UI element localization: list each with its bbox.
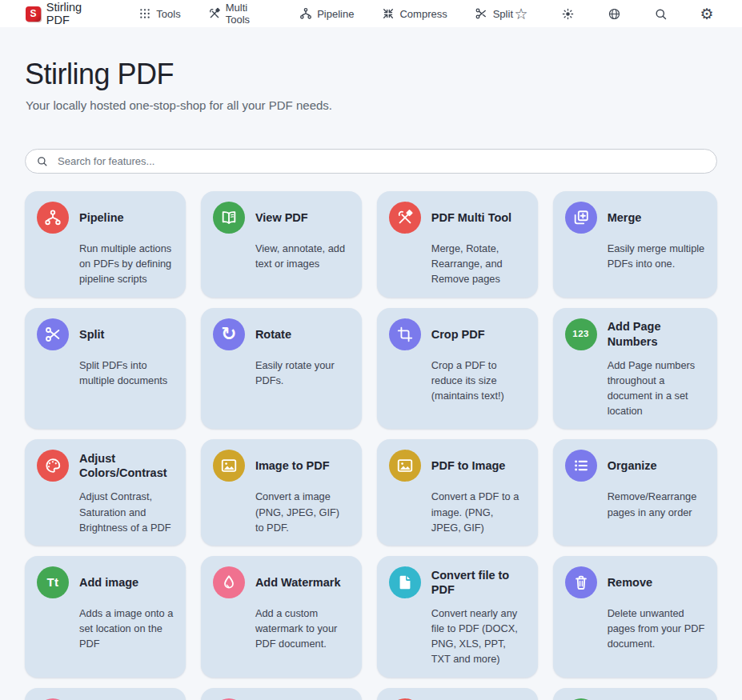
brand[interactable]: S Stirling PDF bbox=[26, 1, 107, 26]
card-title: Rotate bbox=[255, 327, 291, 342]
nav-item-compress[interactable]: Compress bbox=[381, 7, 447, 21]
stirling-logo-icon: S bbox=[26, 6, 41, 22]
book-open-icon bbox=[213, 202, 245, 234]
scissors-icon bbox=[37, 318, 69, 350]
card-description: Merge, Rotate, Rearrange, and Remove pag… bbox=[431, 241, 526, 287]
card-title: Adjust Colors/Contrast bbox=[79, 451, 174, 480]
merge-icon bbox=[565, 202, 597, 234]
card-description: Adjust Contrast, Saturation and Brightne… bbox=[79, 489, 174, 535]
card-description: Convert a PDF to a image. (PNG, JPEG, GI… bbox=[431, 489, 526, 535]
card-title: Add Watermark bbox=[255, 575, 341, 590]
theme-toggle-button[interactable] bbox=[560, 6, 576, 22]
nav-item-pipeline[interactable]: Pipeline bbox=[299, 7, 354, 21]
droplet-icon bbox=[213, 566, 245, 598]
card-title: Split bbox=[79, 327, 104, 342]
rotate-icon: ↻ bbox=[213, 318, 245, 350]
card-description: Adds a image onto a set location on the … bbox=[79, 606, 174, 652]
card-title: Convert file to PDF bbox=[431, 568, 526, 597]
card-organize[interactable]: OrganizeRemove/Rearrange pages in any or… bbox=[553, 439, 717, 546]
search-icon bbox=[654, 7, 668, 21]
card-title: Image to PDF bbox=[255, 458, 330, 473]
numbers-123-icon: 123 bbox=[565, 318, 597, 350]
nav-item-label: Compress bbox=[399, 8, 447, 20]
card-description: Add a custom watermark to your PDF docum… bbox=[255, 606, 350, 652]
card-description: Crop a PDF to reduce its size (maintains… bbox=[431, 358, 526, 404]
page-title: Stirling PDF bbox=[25, 58, 717, 91]
card-remove-password[interactable]: Remove PasswordRemove password protectio… bbox=[201, 688, 362, 700]
card-image-to-pdf[interactable]: Image to PDFConvert a image (PNG, JPEG, … bbox=[201, 439, 362, 546]
nav-item-multi-tools[interactable]: Multi Tools bbox=[208, 2, 272, 26]
page-subtitle: Your locally hosted one-stop-shop for al… bbox=[26, 98, 717, 112]
card-add-watermark[interactable]: Add WatermarkAdd a custom watermark to y… bbox=[201, 556, 362, 678]
card-description: Split PDFs into multiple documents bbox=[79, 358, 174, 388]
card-description: View, annotate, add text or images bbox=[255, 241, 350, 271]
card-description: Easily merge multiple PDFs into one. bbox=[608, 241, 705, 271]
nav-actions: ☆⚙ bbox=[513, 6, 715, 22]
card-change-metadata[interactable]: Change MetadataChange/Remove/Add metadat… bbox=[553, 688, 717, 700]
card-description: Run multiple actions on PDFs by defining… bbox=[79, 241, 174, 287]
card-title: Crop PDF bbox=[431, 327, 485, 342]
nav-item-split[interactable]: Split bbox=[475, 7, 513, 21]
nav-item-label: Split bbox=[493, 8, 513, 20]
favourites-button[interactable]: ☆ bbox=[513, 6, 529, 22]
card-description: Convert a image (PNG, JPEG, GIF) to PDF. bbox=[255, 489, 350, 535]
search-bar bbox=[25, 149, 717, 174]
card-add-page-numbers[interactable]: 123Add Page NumbersAdd Page numbers thro… bbox=[553, 308, 717, 430]
card-add-image[interactable]: TtAdd imageAdds a image onto a set locat… bbox=[25, 556, 186, 678]
card-compress[interactable]: CompressCompress PDFs to reduce their fi… bbox=[377, 688, 538, 700]
star-icon: ☆ bbox=[515, 7, 528, 21]
card-pdf-to-image[interactable]: PDF to ImageConvert a PDF to a image. (P… bbox=[377, 439, 538, 546]
nav-item-label: Multi Tools bbox=[226, 2, 272, 26]
card-title: Remove bbox=[608, 575, 652, 590]
card-title: Organize bbox=[608, 458, 657, 473]
trash-icon bbox=[565, 566, 597, 598]
card-description: Easily rotate your PDFs. bbox=[255, 358, 350, 388]
globe-icon bbox=[608, 7, 621, 21]
tools-icon bbox=[208, 7, 221, 21]
card-adjust-colors-contrast[interactable]: Adjust Colors/ContrastAdjust Contrast, S… bbox=[25, 439, 186, 546]
search-button[interactable] bbox=[652, 6, 668, 22]
grid-icon bbox=[138, 7, 151, 21]
card-add-password[interactable]: Add PasswordEncrypt your PDF document wi… bbox=[25, 688, 186, 700]
palette-icon bbox=[37, 450, 69, 482]
settings-button[interactable]: ⚙ bbox=[699, 6, 715, 22]
card-convert-file-to-pdf[interactable]: Convert file to PDFConvert nearly any fi… bbox=[377, 556, 538, 678]
card-remove[interactable]: RemoveDelete unwanted pages from your PD… bbox=[553, 556, 717, 678]
card-crop-pdf[interactable]: Crop PDFCrop a PDF to reduce its size (m… bbox=[377, 308, 538, 430]
search-icon bbox=[36, 155, 48, 167]
pipeline-icon bbox=[299, 7, 312, 21]
nav-item-tools[interactable]: Tools bbox=[138, 7, 180, 21]
card-pdf-multi-tool[interactable]: PDF Multi ToolMerge, Rotate, Rearrange, … bbox=[377, 191, 538, 298]
card-split[interactable]: SplitSplit PDFs into multiple documents bbox=[25, 308, 186, 430]
card-description: Add Page numbers throughout a document i… bbox=[608, 358, 705, 419]
card-rotate[interactable]: ↻RotateEasily rotate your PDFs. bbox=[201, 308, 362, 430]
image-icon bbox=[213, 450, 245, 482]
card-description: Remove/Rearrange pages in any order bbox=[608, 489, 705, 519]
card-merge[interactable]: MergeEasily merge multiple PDFs into one… bbox=[553, 191, 717, 298]
features-grid: PipelineRun multiple actions on PDFs by … bbox=[25, 191, 717, 700]
brand-label: Stirling PDF bbox=[46, 1, 108, 26]
card-pipeline[interactable]: PipelineRun multiple actions on PDFs by … bbox=[25, 191, 186, 298]
nav-item-label: Tools bbox=[156, 8, 180, 20]
sun-icon bbox=[561, 7, 575, 21]
navbar: S Stirling PDF ToolsMulti ToolsPipelineC… bbox=[0, 0, 742, 27]
search-input[interactable] bbox=[56, 154, 706, 168]
card-title: Pipeline bbox=[79, 210, 124, 225]
card-title: View PDF bbox=[255, 210, 308, 225]
card-description: Convert nearly any file to PDF (DOCX, PN… bbox=[431, 606, 526, 667]
card-title: Merge bbox=[608, 210, 642, 225]
list-icon bbox=[565, 450, 597, 482]
card-title: Add image bbox=[79, 575, 138, 590]
nav-menu: ToolsMulti ToolsPipelineCompressSplit bbox=[138, 2, 513, 26]
card-title: Add Page Numbers bbox=[608, 319, 705, 348]
nav-item-label: Pipeline bbox=[317, 8, 354, 20]
card-title: PDF to Image bbox=[431, 458, 506, 473]
scissors-icon bbox=[475, 7, 488, 21]
tools-icon bbox=[389, 202, 421, 234]
card-title: PDF Multi Tool bbox=[431, 210, 511, 225]
image-icon bbox=[389, 450, 421, 482]
card-view-pdf[interactable]: View PDFView, annotate, add text or imag… bbox=[201, 191, 362, 298]
pipeline-icon bbox=[37, 202, 69, 234]
compress-icon bbox=[381, 7, 395, 21]
language-button[interactable] bbox=[606, 6, 622, 22]
